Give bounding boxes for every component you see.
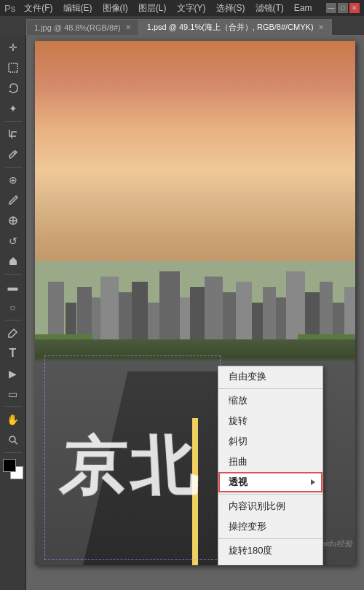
menu-edit[interactable]: 编辑(E) [59,1,97,16]
toolbar-divider-5 [4,406,22,407]
svg-line-8 [15,441,17,444]
ctx-free-transform[interactable]: 自由变换 [218,366,323,387]
tab-1psd[interactable]: 1.psd @ 49.1%(海上（合并）, RGB/8#/CMYK) ✕ [139,19,332,35]
zoom-tool[interactable] [3,430,23,449]
svg-rect-0 [9,63,17,72]
hand-tool[interactable]: ✋ [3,410,23,429]
app-logo: Ps [4,3,15,14]
canvas-area: 京北 自由变换 缩放 旋转 斜切 扭曲 透视 内容识别比例 操控变形 [26,35,364,590]
svg-point-7 [9,436,15,442]
gradient-tool[interactable]: ▬ [3,278,23,296]
ctx-content-aware-scale[interactable]: 内容识别比例 [218,496,323,516]
ctx-perspective[interactable]: 透视 [218,472,323,492]
lasso-tool[interactable] [3,79,23,98]
toolbar-divider-6 [4,452,22,453]
ctx-skew[interactable]: 斜切 [218,431,323,452]
tab-1psd-close[interactable]: ✕ [318,23,324,31]
window-controls: — □ ✕ [326,3,360,13]
menu-bar: Ps 文件(F) 编辑(E) 图像(I) 图层(L) 文字(Y) 选择(S) 滤… [0,0,364,16]
pen-tool[interactable] [3,323,23,342]
color-swatches[interactable] [3,459,23,479]
toolbar: ✛ ✦ ⊕ ↺ ▬ ○ T ▶ [0,35,26,590]
context-menu: 自由变换 缩放 旋转 斜切 扭曲 透视 内容识别比例 操控变形 旋转180度 旋… [218,366,323,565]
toolbar-divider-3 [4,274,22,275]
toolbar-divider-4 [4,320,22,320]
eyedropper-tool[interactable] [3,145,23,164]
menu-filter[interactable]: 滤镜(T) [251,1,288,16]
toolbar-divider-1 [4,121,22,122]
ctx-sep-2 [218,494,323,495]
healing-brush-tool[interactable]: ⊕ [3,170,23,189]
move-tool[interactable]: ✛ [3,38,23,57]
cursor-arrow-icon [311,479,315,485]
tab-1jpg[interactable]: 1.jpg @ 48.8%(RGB/8#) ✕ [26,19,139,35]
menu-image[interactable]: 图像(I) [98,1,132,16]
ctx-rotate-180[interactable]: 旋转180度 [218,540,323,561]
ps-canvas[interactable]: 京北 自由变换 缩放 旋转 斜切 扭曲 透视 内容识别比例 操控变形 [35,41,355,565]
toolbar-divider-2 [4,167,22,168]
crop-tool[interactable] [3,125,23,143]
svg-rect-5 [9,261,17,265]
maximize-button[interactable]: □ [338,3,348,13]
ctx-rotate-90cw[interactable]: 旋转 90 度(顺时针) [218,561,323,565]
marquee-tool[interactable] [3,58,23,77]
path-select-tool[interactable]: ▶ [3,364,23,383]
magic-wand-tool[interactable]: ✦ [3,99,23,118]
menu-select[interactable]: 选择(S) [212,1,250,16]
clone-tool[interactable] [3,211,23,230]
ctx-rotate[interactable]: 旋转 [218,411,323,431]
ctx-scale[interactable]: 缩放 [218,390,323,411]
menu-file[interactable]: 文件(F) [20,1,57,16]
close-button[interactable]: ✕ [349,3,360,13]
road-text-layer: 京北 [41,366,218,565]
type-tool[interactable]: T [3,344,23,363]
shape-tool[interactable]: ▭ [3,385,23,404]
ctx-puppet-warp[interactable]: 操控变形 [218,516,323,537]
menu-type[interactable]: 文字(Y) [173,1,210,16]
workspace: ✛ ✦ ⊕ ↺ ▬ ○ T ▶ [0,35,364,590]
ctx-sep-1 [218,388,323,389]
tab-1jpg-close[interactable]: ✕ [125,23,131,31]
ctx-sep-3 [218,538,323,539]
menu-eam[interactable]: Eam [290,1,317,15]
road-text: 京北 [57,436,202,499]
svg-marker-6 [9,257,17,261]
brush-tool[interactable] [3,191,23,210]
eraser-tool[interactable] [3,252,23,271]
menu-layer[interactable]: 图层(L) [134,1,171,16]
dodge-tool[interactable]: ○ [3,298,23,317]
history-brush-tool[interactable]: ↺ [3,232,23,251]
ctx-distort[interactable]: 扭曲 [218,452,323,472]
minimize-button[interactable]: — [326,3,336,13]
tab-bar: 1.jpg @ 48.8%(RGB/8#) ✕ 1.psd @ 49.1%(海上… [0,16,364,35]
foreground-color-swatch[interactable] [3,459,16,472]
